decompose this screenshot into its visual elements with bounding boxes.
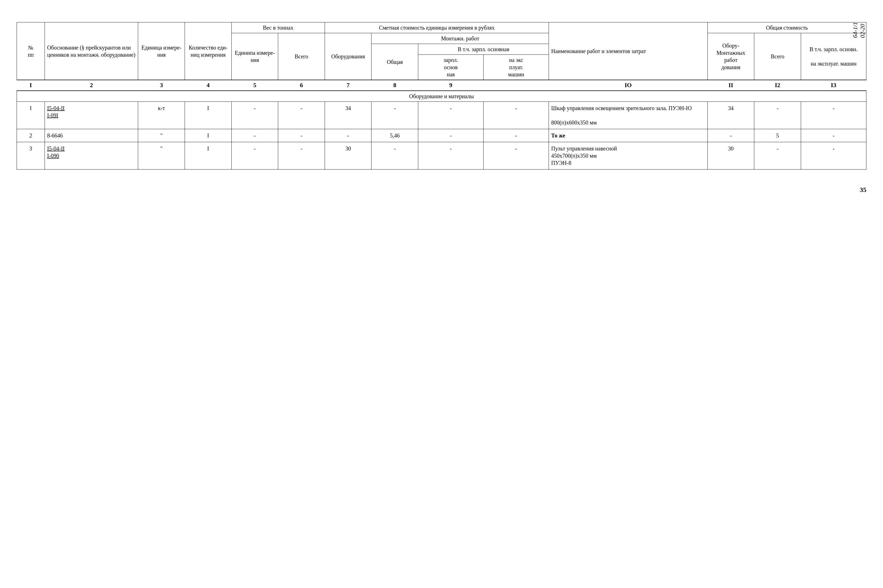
row3-kol: I <box>185 142 232 169</box>
main-table: №пп Обосно­ва­ние (§ прейску­рантов или … <box>17 22 866 170</box>
header-sm-mon: Монтажн. работ <box>372 33 549 44</box>
colnum-2: 2 <box>45 80 138 91</box>
header-smeta: Сметная стоимость единицы измерения в ру… <box>325 22 549 33</box>
header-sm-obor: Обору­дова­ния <box>325 33 372 80</box>
colnum-11: II <box>707 80 754 91</box>
colnum-9: 9 <box>418 80 484 91</box>
table-row: I I5-04-III-09I к-т I - - 34 - - - Шкаф … <box>17 102 866 129</box>
row1-smeta-mon-vt1: - <box>418 102 484 129</box>
header-sm-mon-vt2: на экс­плуат.машин <box>484 55 549 80</box>
row2-kol: I <box>185 129 232 142</box>
header-ob-obor: Обору-Монтажных работдова­ния <box>707 33 754 80</box>
row3-obsh-vse: - <box>754 142 801 169</box>
row3-smeta-mon-ob: - <box>372 142 418 169</box>
row3-smeta-mon-vt1: - <box>418 142 484 169</box>
row3-obosn: I5-04-III-090 <box>45 142 138 169</box>
row2-smeta-obor: - <box>325 129 372 142</box>
row1-naim: Шкаф управления освещением зритель­ного … <box>549 102 707 129</box>
row1-ed: к-т <box>138 102 185 129</box>
row2-num: 2 <box>17 129 45 142</box>
row3-obsh-vt: - <box>801 142 866 169</box>
row1-smeta-mon-ob: - <box>372 102 418 129</box>
row2-smeta-mon-vt1: - <box>418 129 484 142</box>
colnum-8: 8 <box>372 80 418 91</box>
row3-obsh-obor: 30 <box>707 142 754 169</box>
row3-ves-ed: - <box>232 142 278 169</box>
colnum-4: 4 <box>185 80 232 91</box>
colnum-10: IO <box>549 80 707 91</box>
row1-obsh-obor: 34 <box>707 102 754 129</box>
section-header: Оборудование и материалы <box>17 91 866 102</box>
colnum-7: 7 <box>325 80 372 91</box>
row3-smeta-mon-vt2: - <box>484 142 549 169</box>
row3-num: 3 <box>17 142 45 169</box>
colnum-13: I3 <box>801 80 866 91</box>
row1-obosn: I5-04-III-09I <box>45 102 138 129</box>
row2-smeta-mon-ob: 5,46 <box>372 129 418 142</box>
row2-obosn: 8-6646 <box>45 129 138 142</box>
section-header-row: Оборудование и материалы <box>17 91 866 102</box>
header-naim: Наименование работ и элементов затрат <box>549 22 707 80</box>
row2-ed: " <box>138 129 185 142</box>
page-number: 35 <box>17 186 866 194</box>
colnum-9a <box>484 80 549 91</box>
row1-ves-ed: - <box>232 102 278 129</box>
header-ves-vsego: Всего <box>278 33 325 80</box>
row1-obsh-vt: - <box>801 102 866 129</box>
colnum-6: 6 <box>278 80 325 91</box>
row1-num: I <box>17 102 45 129</box>
row2-naim: То же <box>549 129 707 142</box>
header-num: №пп <box>17 22 45 80</box>
header-sm-mon-vt1: зарпл.основ­ная <box>418 55 484 80</box>
header-kol: Коли­чест­во еди­ниц изме­ре­ния <box>185 22 232 80</box>
header-obosn: Обосно­ва­ние (§ прейску­рантов или цен­… <box>45 22 138 80</box>
row1-smeta-obor: 34 <box>325 102 372 129</box>
header-ves: Вес в тоннах <box>232 22 325 33</box>
header-ves-ed: Едини­па из­мере­ния <box>232 33 278 80</box>
header-row-1: №пп Обосно­ва­ние (§ прейску­рантов или … <box>17 22 866 33</box>
row1-kol: I <box>185 102 232 129</box>
colnum-5: 5 <box>232 80 278 91</box>
row3-ves-vsego: - <box>278 142 325 169</box>
row1-ves-vsego: - <box>278 102 325 129</box>
header-sm-mon-ob: Общая <box>372 44 418 80</box>
col-numbers-row: I 2 3 4 5 6 7 8 9 IO II I2 I3 <box>17 80 866 91</box>
row2-obsh-obor: - <box>707 129 754 142</box>
row2-ves-vsego: - <box>278 129 325 142</box>
row2-obsh-vse: 5 <box>754 129 801 142</box>
corner-annotation: б4-1/102-20 <box>852 22 866 38</box>
row2-smeta-mon-vt2: - <box>484 129 549 142</box>
header-ob-vt: В т.ч. зарпл. основн.на экс­плуат. машин <box>801 33 866 80</box>
row3-smeta-obor: 30 <box>325 142 372 169</box>
row1-smeta-mon-vt2: - <box>484 102 549 129</box>
header-ed: Еди­ница изме­ре­ния <box>138 22 185 80</box>
header-obsh: Общая стоимость <box>707 22 866 33</box>
page-container: б4-1/102-20 №пп Обосно­ва­ние (§ прейску… <box>17 22 866 194</box>
colnum-1: I <box>17 80 45 91</box>
colnum-3: 3 <box>138 80 185 91</box>
row2-obsh-vt: - <box>801 129 866 142</box>
header-ob-vse: Все­го <box>754 33 801 80</box>
row1-obsh-vse: - <box>754 102 801 129</box>
table-row: 3 I5-04-III-090 " I - - 30 - - - Пульт у… <box>17 142 866 169</box>
row2-ves-ed: - <box>232 129 278 142</box>
colnum-12: I2 <box>754 80 801 91</box>
header-sm-mon-vt: В т.ч. зарпл. основ­ная <box>418 44 549 55</box>
row3-ed: " <box>138 142 185 169</box>
row3-naim: Пульт управления навесной450х700(п)х350 … <box>549 142 707 169</box>
table-row: 2 8-6646 " I - - - 5,46 - - То же - 5 - <box>17 129 866 142</box>
